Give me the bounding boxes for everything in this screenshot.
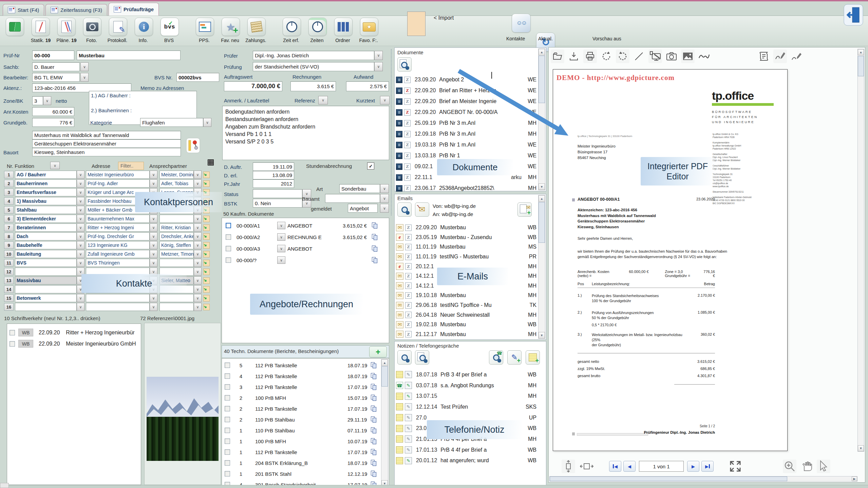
kaufm-row[interactable]: 00-000/A2 ∨ RECHNUNG E 3.615,02 € xyxy=(226,233,386,241)
contact-funktion-dropdown[interactable]: ∨ xyxy=(77,250,84,258)
contact-note-arrow-icon[interactable] xyxy=(203,269,210,275)
email-row[interactable]: 19.10.18 Musterbau MH xyxy=(396,291,536,300)
screen-capture-button[interactable] xyxy=(648,50,662,63)
contact-ansprechpartner-dropdown[interactable]: ∨ xyxy=(194,259,202,267)
schriftverkehr-row[interactable]: WB 22.09.20 Ritter + Herzog Ingenieurbür xyxy=(10,327,138,338)
sign-signature-button[interactable] xyxy=(790,50,803,63)
contact-note-arrow-icon[interactable] xyxy=(203,216,210,222)
notiz-row[interactable]: 17.01.13 PrB 4 4f per Brief a WB xyxy=(396,445,536,455)
toolbar-button[interactable]: Zeit erf. xyxy=(279,18,305,43)
scroll-up-arrow[interactable]: ▲ xyxy=(381,359,388,366)
contact-note-arrow-icon[interactable] xyxy=(203,180,210,187)
techn-row-checkbox[interactable] xyxy=(225,460,230,466)
kaufm-row-dropdown[interactable]: ∨ xyxy=(277,245,285,252)
techn-row[interactable]: 1 201 BSTK Stahl 12.12.19 xyxy=(225,470,377,478)
fit-width-button[interactable] xyxy=(580,460,593,473)
contact-ansprechpartner-dropdown[interactable]: ∨ xyxy=(194,268,202,276)
techn-row-checkbox[interactable] xyxy=(225,384,230,390)
techn-row-checkbox[interactable] xyxy=(225,395,230,401)
email-row[interactable]: 11.01.19 testING - Musterbau PR xyxy=(396,252,536,262)
row-checkbox[interactable] xyxy=(10,330,15,335)
copy-doc-icon[interactable] xyxy=(371,395,377,401)
map-route-button[interactable] xyxy=(186,138,200,155)
kaufm-row-dropdown[interactable]: ∨ xyxy=(277,233,285,241)
contact-adresse-field[interactable]: Meister Ingenieurbüro xyxy=(86,171,150,179)
contact-ansprechpartner-dropdown[interactable]: ∨ xyxy=(194,250,202,258)
toolbar-button[interactable]: Info. xyxy=(131,18,157,43)
camera-button[interactable] xyxy=(665,50,678,63)
kaufm-row-dropdown[interactable]: ∨ xyxy=(277,256,285,264)
scroll-thumb[interactable] xyxy=(381,366,388,387)
pruef-nr-field[interactable]: 00-000 xyxy=(32,51,74,60)
scroll-down-arrow[interactable]: ▼ xyxy=(858,445,864,451)
dokument-row[interactable]: 22.09.20 ANGEBOT Nr. 00-000/A WE xyxy=(396,107,536,118)
contact-funktion-dropdown[interactable]: ∨ xyxy=(77,241,84,249)
kaufm-row[interactable]: 00-000/A1 ∨ ANGEBOT 3.615,02 € xyxy=(226,221,386,230)
laufzettel-memo[interactable]: Bodengutachten anfordernBestandsunterlag… xyxy=(222,106,389,160)
contact-adresse-field[interactable] xyxy=(86,303,150,311)
toolbar-button[interactable]: Fav. neu xyxy=(218,18,244,43)
scroll-thumb[interactable] xyxy=(550,476,787,481)
kaufm-row-checkbox[interactable] xyxy=(226,257,231,263)
contact-row-number[interactable]: 5 xyxy=(4,206,14,214)
pruefer-field[interactable]: Dipl.-Ing. Jonas Dietrich xyxy=(253,51,374,60)
contact-row[interactable]: 15 Betonwerk ∨ ∨ ∨ xyxy=(4,294,221,302)
schriftverkehr-row[interactable]: WB 22.09.20 Meister Ingenieurbüro GmbH xyxy=(10,338,138,349)
bearbeiter-field[interactable]: BG TL EMW xyxy=(32,73,80,82)
contact-funktion-field[interactable]: Massivbau xyxy=(15,276,77,285)
email-row[interactable]: 26.04.18 Neuer Schweinestall MH xyxy=(396,310,536,320)
techn-scrollbar[interactable]: ▲ ▼ xyxy=(381,359,388,487)
referenz-dropdown[interactable]: ∨ xyxy=(318,96,328,104)
contact-row[interactable]: 1 AG / Bauherr ∨ Meister Ingenieurbüro ∨… xyxy=(4,170,221,179)
contact-note-arrow-icon[interactable] xyxy=(203,251,210,257)
art-dropdown[interactable]: ∨ xyxy=(380,184,389,193)
techn-row[interactable]: 1 110 PrB Stahlbau 07.11.19 xyxy=(225,426,377,434)
contact-adresse-field[interactable]: Prüf-Ing. Drechsler Gr xyxy=(86,232,150,240)
project-name-field[interactable]: Musterbau xyxy=(77,51,181,60)
contact-ansprechpartner-field[interactable] xyxy=(159,215,194,223)
contact-funktion-field[interactable] xyxy=(15,268,77,276)
toolbar-button[interactable]: Pläne.19 xyxy=(54,18,79,43)
copy-doc-icon[interactable] xyxy=(371,460,377,466)
contact-row-number[interactable]: 2 xyxy=(4,180,14,187)
contact-funktion-field[interactable]: Dach xyxy=(15,232,77,240)
copy-doc-icon[interactable] xyxy=(372,246,378,252)
techn-row[interactable]: 2 112 PrB Tankstelle 17.07.19 xyxy=(225,405,377,413)
contact-ansprechpartner-field[interactable] xyxy=(159,303,194,311)
contact-funktion-dropdown[interactable]: ∨ xyxy=(77,232,84,240)
contact-adresse-field[interactable]: Bauunternehmen Max xyxy=(86,215,150,223)
prev-page-button[interactable]: ◀ xyxy=(623,461,636,472)
zone-field[interactable]: 3 xyxy=(32,96,43,105)
contact-ansprechpartner-field[interactable] xyxy=(159,294,194,302)
kaufm-row-checkbox[interactable] xyxy=(226,234,231,240)
fullscreen-button[interactable] xyxy=(729,460,742,473)
scroll-down-arrow[interactable]: ▼ xyxy=(539,332,545,338)
rotate-ccw-button[interactable] xyxy=(616,50,629,63)
line-tool-button[interactable] xyxy=(632,50,646,63)
zone-dropdown[interactable]: ∨ xyxy=(43,96,51,105)
toolbar-button[interactable] xyxy=(2,18,28,43)
techn-row[interactable]: 2 110 PrB Stahlbau 29.11.19 xyxy=(225,415,377,424)
toolbar-button[interactable]: Ordner xyxy=(331,18,356,43)
pruefung-dropdown[interactable]: ∨ xyxy=(374,62,383,71)
contact-ansprechpartner-dropdown[interactable]: ∨ xyxy=(194,179,202,188)
email-row[interactable]: 29.06.18 testING Tpoffice - Mu TK xyxy=(396,300,536,310)
pdf-page[interactable]: DEMO - http://www.gdpicture.com tp.offic… xyxy=(553,69,788,451)
contact-ansprechpartner-dropdown[interactable]: ∨ xyxy=(194,241,202,249)
contact-row[interactable]: 8 Dach ∨ Prüf-Ing. Drechsler Gr ∨ Drechs… xyxy=(4,232,221,241)
d-auftr-field[interactable]: 19.11.09 xyxy=(253,162,294,171)
copy-doc-icon[interactable] xyxy=(372,234,378,240)
contact-row[interactable]: 9 Baubehelfe ∨ 123 Ingenieure KG ∨ König… xyxy=(4,241,221,250)
objekt-line1-field[interactable]: Musterhaus mit Waldblick auf Tannenwald xyxy=(32,131,181,139)
toolbar-button[interactable]: Foto. xyxy=(79,18,105,43)
sachb-dropdown[interactable]: ∨ xyxy=(80,62,89,71)
contact-funktion-dropdown[interactable]: ∨ xyxy=(77,206,84,214)
dokument-row[interactable]: 12.09.18 PrB Nr 3 m.Anl MH xyxy=(396,129,536,139)
contact-adresse-dropdown[interactable]: ∨ xyxy=(150,259,157,267)
contacts-header-filter[interactable]: Filter.. xyxy=(120,163,133,169)
contact-adresse-field[interactable] xyxy=(86,294,150,302)
contact-adresse-dropdown[interactable]: ∨ xyxy=(150,223,157,232)
kategorie-dropdown[interactable]: ∨ xyxy=(203,118,211,127)
contact-row-number[interactable]: 11 xyxy=(4,259,14,267)
contact-funktion-dropdown[interactable]: ∨ xyxy=(77,179,84,188)
